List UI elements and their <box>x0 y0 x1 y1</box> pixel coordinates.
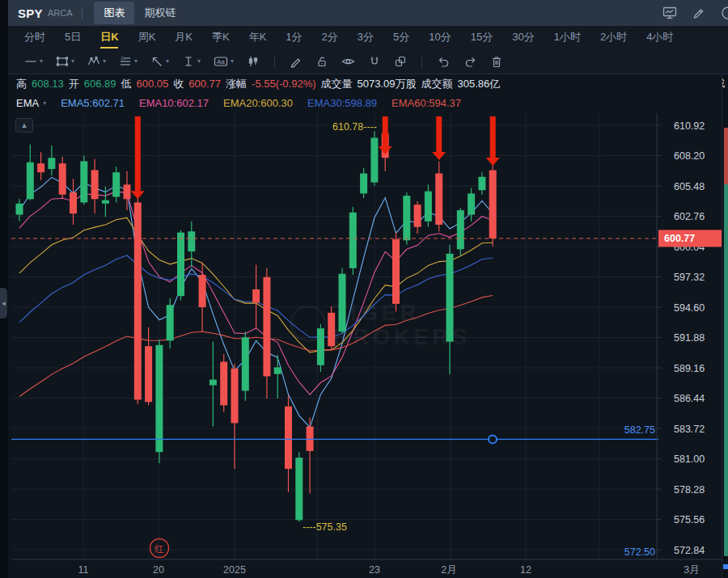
panel-expand-handle[interactable]: ◂ <box>0 288 7 319</box>
magnet-icon[interactable] <box>363 53 386 70</box>
drawing-toolbar: ▾ ▾ ▾ G▾ ▾ ▾ Aa▾ <box>8 49 728 74</box>
link-objects-icon[interactable] <box>389 53 412 70</box>
open-value: 606.89 <box>84 78 116 90</box>
candlestick-chart[interactable]: TIGERBROKERS582.75572.50610.78--------57… <box>0 113 728 578</box>
tab-chart[interactable]: 图表 <box>94 2 134 24</box>
y-tick-label: 586.44 <box>674 393 705 404</box>
candle <box>48 146 55 175</box>
sliver-blue-mark <box>723 564 728 569</box>
y-tick-label: 594.60 <box>674 302 705 314</box>
wave-tool[interactable]: ▾ <box>83 53 111 70</box>
candle <box>210 342 217 427</box>
tf-yearly[interactable]: 年K <box>239 26 277 49</box>
red-down-arrow <box>486 116 500 166</box>
timeframe-bar: 分时 5日 日K 周K 月K 季K 年K 1分 2分 3分 5分 10分 15分… <box>8 26 728 49</box>
delete-trash-icon[interactable] <box>485 53 508 70</box>
close-label: 收 <box>173 77 184 91</box>
lock-open-icon[interactable] <box>311 53 333 70</box>
candle <box>80 156 87 205</box>
arrow-tool[interactable]: ▾ <box>146 53 174 70</box>
chevron-down-icon: ▾ <box>166 57 169 65</box>
draw-pencil-icon[interactable] <box>285 53 307 70</box>
candle <box>360 168 367 198</box>
ema-indicator-title[interactable]: EMA ▾ <box>16 97 46 109</box>
red-down-arrow <box>131 116 145 199</box>
chevron-down-icon: ▾ <box>134 57 138 65</box>
undo-icon[interactable] <box>432 53 455 70</box>
high-value: 608.13 <box>32 78 64 90</box>
gann-tool[interactable]: G▾ <box>114 53 142 70</box>
tf-daily[interactable]: 日K <box>91 26 128 49</box>
tf-weekly[interactable]: 周K <box>129 26 166 49</box>
x-tick-label: 20 <box>153 564 164 576</box>
red-down-arrow <box>432 116 446 160</box>
candle <box>242 331 249 400</box>
chart-monitor-icon[interactable] <box>662 5 678 21</box>
text-label-tool[interactable]: Aa▾ <box>209 53 239 70</box>
y-tick-label: 605.48 <box>674 181 705 192</box>
ema30-value: EMA30:598.89 <box>307 97 377 109</box>
tf-3m[interactable]: 3分 <box>348 26 383 49</box>
tf-monthly[interactable]: 月K <box>165 26 202 49</box>
price-range-tool[interactable]: ▾ <box>177 53 205 70</box>
high-price-annotation: 610.78---- <box>332 121 377 133</box>
candle <box>392 233 400 312</box>
candle <box>328 306 335 351</box>
symbol-name: SPY <box>18 6 43 20</box>
partial-circle-icon[interactable] <box>720 5 728 21</box>
candle <box>91 159 99 214</box>
sliver-red-bar <box>724 128 728 184</box>
exchange-name: ARCA <box>48 8 73 18</box>
visibility-eye-icon[interactable] <box>336 53 360 70</box>
y-tick-label: 578.28 <box>674 484 705 496</box>
change-label: 涨幅 <box>226 77 247 91</box>
chevron-down-icon: ▾ <box>43 99 46 107</box>
tf-2m[interactable]: 2分 <box>312 26 348 49</box>
pattern-tool[interactable] <box>242 53 265 70</box>
y-tick-label: 589.16 <box>674 363 705 374</box>
tf-15m[interactable]: 15分 <box>461 26 502 49</box>
candle <box>263 268 270 399</box>
candle <box>188 221 195 268</box>
x-tick-label: 23 <box>369 564 380 576</box>
tf-fenshi[interactable]: 分时 <box>15 26 55 49</box>
candle <box>414 201 421 234</box>
amount-value: 305.86亿 <box>458 77 501 91</box>
tab-option-chain[interactable]: 期权链 <box>134 2 185 24</box>
tf-10m[interactable]: 10分 <box>419 26 460 49</box>
y-tick-label: 597.32 <box>674 272 705 283</box>
line-marker-circle[interactable] <box>489 435 497 443</box>
tf-4h[interactable]: 4小时 <box>637 26 683 49</box>
rectangle-tool[interactable]: ▾ <box>51 53 79 70</box>
candle <box>370 131 378 186</box>
candle <box>252 265 260 329</box>
tf-quarterly[interactable]: 季K <box>202 26 239 49</box>
y-tick-label: 608.20 <box>674 150 705 162</box>
low-price-annotation: ----575.35 <box>303 521 347 533</box>
candle <box>295 452 303 521</box>
candle <box>349 207 357 275</box>
blue-drawing-lines[interactable]: 582.75572.50 <box>11 424 658 558</box>
candle <box>489 156 497 246</box>
y-tick-label: 610.92 <box>674 120 705 132</box>
high-label: 高 <box>16 77 27 91</box>
candle <box>425 184 432 226</box>
ema60-value: EMA60:594.37 <box>392 97 461 109</box>
change-value: -5.55(-0.92%) <box>252 78 315 90</box>
candle <box>155 340 163 463</box>
tf-2h[interactable]: 2小时 <box>590 26 637 49</box>
candle <box>199 263 206 331</box>
tf-5d[interactable]: 5日 <box>55 26 91 49</box>
edit-pencil-icon[interactable] <box>691 5 707 21</box>
tf-1m[interactable]: 1分 <box>276 26 311 49</box>
tf-1h[interactable]: 1小时 <box>544 26 590 49</box>
candle <box>37 152 44 179</box>
toolbar-divider <box>274 55 275 68</box>
tf-30m[interactable]: 30分 <box>502 26 544 49</box>
tf-5m[interactable]: 5分 <box>383 26 419 49</box>
trend-line-tool[interactable]: ▾ <box>19 53 48 70</box>
pane-collapse-button[interactable]: ▲ <box>15 118 33 133</box>
candle <box>307 417 314 493</box>
adjacent-panel-sliver: 成 <box>722 75 728 578</box>
redo-icon[interactable] <box>459 53 482 70</box>
